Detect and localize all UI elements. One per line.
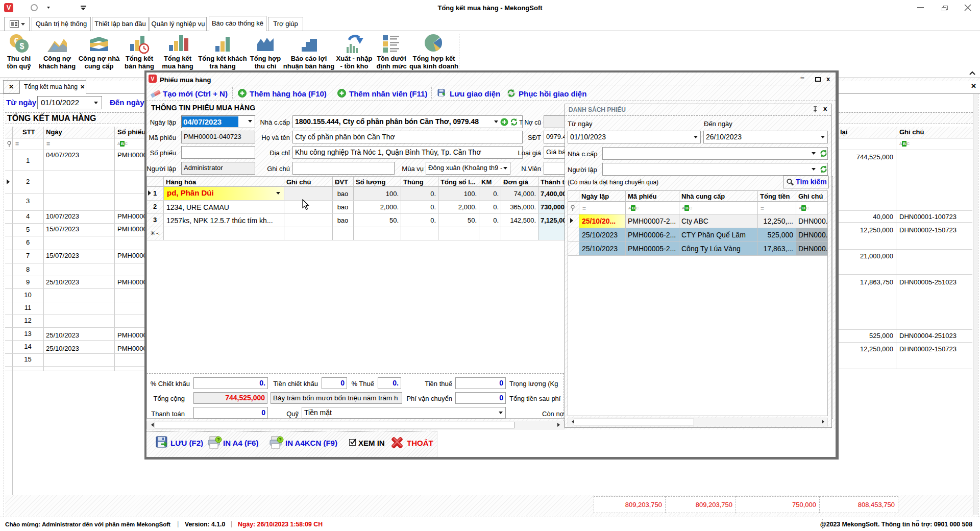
svg-text:$: $ [20,42,24,51]
svg-text:?: ? [217,437,220,442]
svg-text:?: ? [279,437,282,442]
